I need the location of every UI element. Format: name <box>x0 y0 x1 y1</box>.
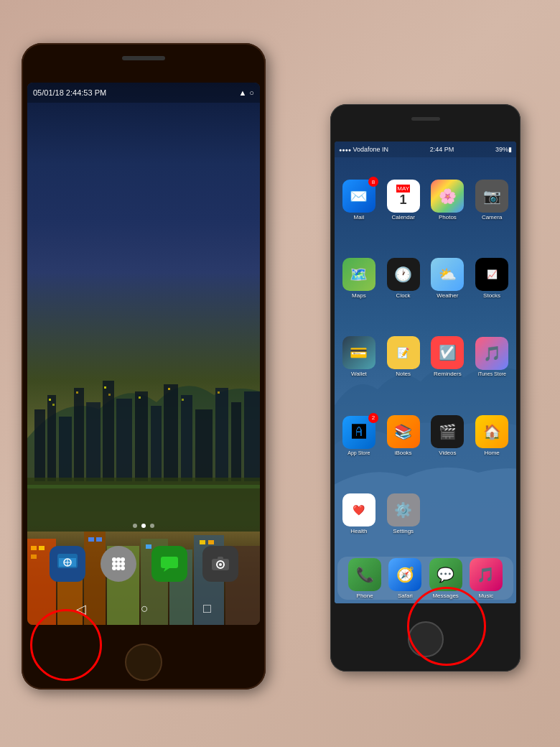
svg-point-55 <box>112 562 116 566</box>
app-wallet[interactable]: 💳 Wallet <box>339 320 379 394</box>
app-empty-2 <box>472 477 512 551</box>
svg-rect-10 <box>181 395 192 481</box>
app-mail-label: Mail <box>354 214 365 221</box>
app-maps[interactable]: 🗺️ Maps <box>339 241 379 315</box>
app-ibooks[interactable]: 📚 iBooks <box>383 399 424 473</box>
svg-rect-16 <box>52 404 55 406</box>
app-empty-icon-1 <box>431 497 464 530</box>
app-appstore-label: App Store <box>347 450 370 455</box>
iphone-statusbar: ●●●● Vodafone IN 2:44 PM 39%▮ <box>335 141 516 157</box>
app-videos-icon[interactable]: 🎬 <box>431 415 464 448</box>
iphone-speaker <box>411 117 440 121</box>
svg-rect-11 <box>195 409 213 481</box>
app-notes-icon[interactable]: 📝 <box>387 336 420 369</box>
page-dot <box>150 524 154 528</box>
app-wallet-icon[interactable]: 💳 <box>342 336 375 369</box>
app-settings-icon[interactable]: ⚙️ <box>387 493 420 526</box>
android-back-button[interactable]: ◁ <box>76 601 86 617</box>
dock-messages-icon[interactable] <box>151 546 187 582</box>
app-photos-icon[interactable]: 🌸 <box>431 180 464 213</box>
dock-music[interactable]: 🎵 Music <box>470 558 503 599</box>
svg-rect-12 <box>215 388 228 481</box>
android-recents-button[interactable]: □ <box>203 601 211 616</box>
app-home[interactable]: 🏠 Home <box>472 399 512 473</box>
svg-rect-15 <box>49 399 51 401</box>
app-calendar[interactable]: MAY 1 Calendar <box>383 163 424 237</box>
dock-launcher-icon[interactable] <box>101 546 136 582</box>
svg-rect-0 <box>34 409 45 481</box>
app-mail[interactable]: ✉️ 8 Mail <box>339 163 379 237</box>
app-clock-label: Clock <box>396 292 411 299</box>
app-empty-icon-2 <box>475 497 508 530</box>
dock-safari-icon[interactable]: 🧭 <box>388 558 421 591</box>
app-settings[interactable]: ⚙️ Settings <box>383 477 424 551</box>
app-reminders-icon[interactable]: ☑️ <box>431 336 464 369</box>
app-stocks-label: Stocks <box>483 292 500 299</box>
dock-phone[interactable]: 📞 Phone <box>348 558 381 599</box>
svg-rect-18 <box>104 386 106 389</box>
app-wallet-label: Wallet <box>351 371 367 377</box>
app-weather-label: Weather <box>437 292 458 299</box>
android-wifi-icon: ○ <box>249 88 254 97</box>
svg-point-52 <box>116 557 121 562</box>
appstore-badge: 2 <box>368 413 378 423</box>
app-health-label: Health <box>350 528 367 534</box>
android-phone: 05/01/18 2:44:53 PM ▲ ○ <box>22 43 266 690</box>
dock-music-icon[interactable]: 🎵 <box>470 558 503 591</box>
svg-rect-4 <box>86 402 101 481</box>
dock-messages-label: Messages <box>432 593 458 599</box>
iphone-screen: ●●●● Vodafone IN 2:44 PM 39%▮ ✉️ 8 Mail <box>335 141 516 603</box>
app-itunes-icon[interactable]: 🎵 <box>475 337 508 370</box>
svg-point-50 <box>112 566 116 570</box>
app-itunes[interactable]: 🎵 iTunes Store <box>472 320 512 394</box>
svg-rect-21 <box>168 388 170 390</box>
svg-rect-57 <box>161 557 178 568</box>
app-clock-icon[interactable]: 🕐 <box>387 258 420 291</box>
app-reminders-label: Reminders <box>434 371 462 377</box>
dock-safari-label: Safari <box>398 593 413 599</box>
app-weather-icon[interactable]: ⛅ <box>431 258 464 291</box>
app-health[interactable]: ❤️ Health <box>339 477 379 551</box>
dock-safari[interactable]: 🧭 Safari <box>388 558 421 599</box>
android-physical-home-button[interactable] <box>125 644 162 681</box>
app-ibooks-icon[interactable]: 📚 <box>387 415 420 448</box>
app-empty-1 <box>428 477 468 551</box>
app-stocks-icon[interactable]: 📈 <box>475 258 508 291</box>
app-home-icon[interactable]: 🏠 <box>475 415 508 448</box>
svg-point-53 <box>116 562 121 566</box>
dock-camera-icon[interactable] <box>202 546 238 582</box>
app-photos[interactable]: 🌸 Photos <box>428 163 468 237</box>
svg-rect-8 <box>151 406 162 481</box>
dock-messages[interactable]: 💬 Messages <box>429 558 462 599</box>
app-notes-label: Notes <box>396 371 411 377</box>
dock-phone-icon[interactable]: 📞 <box>348 558 381 591</box>
android-screen: 05/01/18 2:44:53 PM ▲ ○ <box>27 83 260 625</box>
app-clock[interactable]: 🕐 Clock <box>383 241 424 315</box>
app-mail-icon[interactable]: ✉️ 8 <box>342 180 375 213</box>
app-appstore-icon[interactable]: 🅰 2 <box>342 416 375 449</box>
android-home-button[interactable]: ○ <box>141 601 149 616</box>
svg-rect-13 <box>231 402 241 481</box>
app-notes[interactable]: 📝 Notes <box>383 320 424 394</box>
app-maps-icon[interactable]: 🗺️ <box>342 258 375 291</box>
app-camera-icon[interactable]: 📷 <box>475 180 508 213</box>
android-navbar: ◁ ○ □ <box>27 593 260 625</box>
app-health-icon[interactable]: ❤️ <box>342 493 375 526</box>
dock-browser-icon[interactable] <box>50 546 85 582</box>
svg-rect-61 <box>218 557 223 560</box>
app-weather[interactable]: ⛅ Weather <box>428 241 468 315</box>
svg-rect-19 <box>108 394 111 396</box>
app-stocks[interactable]: 📈 Stocks <box>472 241 512 315</box>
app-calendar-icon[interactable]: MAY 1 <box>387 180 420 213</box>
app-home-label: Home <box>484 450 499 456</box>
svg-rect-25 <box>27 485 260 488</box>
page-dot <box>133 524 137 528</box>
app-camera[interactable]: 📷 Camera <box>472 163 512 237</box>
app-videos[interactable]: 🎬 Videos <box>428 399 468 473</box>
iphone-physical-home-button[interactable] <box>408 621 444 657</box>
app-reminders[interactable]: ☑️ Reminders <box>428 320 468 394</box>
svg-rect-9 <box>164 384 178 481</box>
dock-messages-icon[interactable]: 💬 <box>429 558 462 591</box>
svg-rect-14 <box>244 391 260 481</box>
app-appstore[interactable]: 🅰 2 App Store <box>339 399 379 473</box>
